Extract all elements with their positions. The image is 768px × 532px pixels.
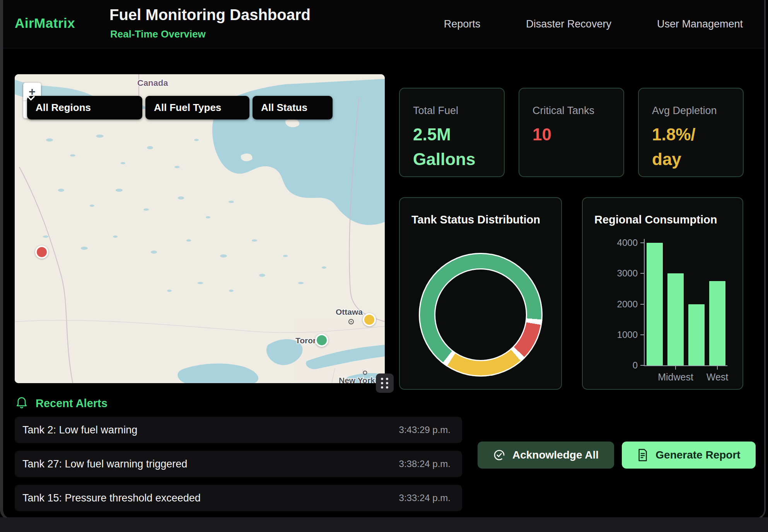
nav-disaster-recovery[interactable]: Disaster Recovery <box>526 18 611 30</box>
stat-cards: Total Fuel 2.5MGallons Critical Tanks 10… <box>399 88 744 177</box>
generate-report-button[interactable]: Generate Report <box>622 442 756 469</box>
stat-label: Avg Depletion <box>652 105 730 117</box>
panel-tank-status: Tank Status Distribution <box>399 197 562 390</box>
map-canvas: Canada Ottawa Toronto New York <box>15 74 385 383</box>
alert-message: Tank 27: Low fuel warning triggered <box>22 458 187 470</box>
filter-status-dropdown[interactable]: All Status <box>253 96 333 119</box>
alert-time: 3:43:29 p.m. <box>399 425 451 435</box>
generate-report-label: Generate Report <box>655 449 740 461</box>
alert-time: 3:33:24 p.m. <box>399 493 451 503</box>
acknowledge-all-label: Acknowledge All <box>512 449 599 461</box>
header: AirMatrix Fuel Monitoring Dashboard Real… <box>3 0 764 48</box>
page-title: Fuel Monitoring Dashboard <box>109 6 311 24</box>
alert-row[interactable]: Tank 2: Low fuel warning 3:43:29 p.m. <box>15 417 462 443</box>
alert-message: Tank 2: Low fuel warning <box>22 424 137 436</box>
stat-card-critical-tanks: Critical Tanks 10 <box>519 88 624 177</box>
filter-fueltype-label: All Fuel Types <box>154 102 221 114</box>
nav-reports[interactable]: Reports <box>444 18 481 30</box>
tank-marker-warning[interactable] <box>363 313 376 326</box>
map-filters: All Regions All Fuel Types All Status <box>27 96 333 119</box>
bar-midwest <box>667 273 684 365</box>
filter-fueltype-dropdown[interactable]: All Fuel Types <box>145 96 249 119</box>
y-axis-label: 3000 <box>583 268 638 279</box>
y-axis-label: 0 <box>583 360 638 371</box>
panel-title: Tank Status Distribution <box>411 213 540 226</box>
filter-regions-label: All Regions <box>36 102 91 114</box>
filter-status-label: All Status <box>261 102 307 114</box>
tank-marker-normal[interactable] <box>315 334 328 347</box>
stat-card-total-fuel: Total Fuel 2.5MGallons <box>399 88 505 177</box>
tank-status-donut-chart <box>419 253 543 377</box>
acknowledge-all-button[interactable]: Acknowledge All <box>478 442 614 469</box>
map-label-ottawa: Ottawa <box>336 307 363 316</box>
map-resize-handle[interactable] <box>376 373 394 393</box>
stat-card-avg-depletion: Avg Depletion 1.8%/day <box>638 88 744 177</box>
nav-user-management[interactable]: User Management <box>657 18 743 30</box>
check-circle-icon <box>493 449 505 461</box>
regional-consumption-bar-chart: 01000200030004000MidwestWest <box>583 198 742 389</box>
donut-hole <box>434 268 527 361</box>
alert-message: Tank 15: Pressure threshold exceeded <box>22 492 201 504</box>
alert-time: 3:38:24 p.m. <box>399 459 451 469</box>
alerts-title: Recent Alerts <box>36 397 108 410</box>
bar-northeast <box>647 243 663 365</box>
y-axis-label: 2000 <box>583 299 638 310</box>
map-label-newyork: New York <box>339 376 375 383</box>
page-subtitle: Real-Time Overview <box>110 28 206 40</box>
alert-row[interactable]: Tank 15: Pressure threshold exceeded 3:3… <box>15 485 462 511</box>
stat-value: 10 <box>532 122 610 147</box>
report-document-icon <box>637 449 649 461</box>
alert-row[interactable]: Tank 27: Low fuel warning triggered 3:38… <box>15 451 462 477</box>
tank-marker-critical[interactable] <box>35 246 48 259</box>
filter-regions-dropdown[interactable]: All Regions <box>27 96 142 119</box>
map[interactable]: Canada Ottawa Toronto New York + − All R… <box>15 74 385 383</box>
bar-south <box>688 304 705 366</box>
stat-value: 1.8%/day <box>652 122 730 172</box>
panel-regional-consumption: Regional Consumption 01000200030004000Mi… <box>582 197 743 390</box>
window-bottom-strip <box>0 517 768 532</box>
stat-label: Critical Tanks <box>532 105 610 117</box>
map-label-canada: Canada <box>137 78 168 88</box>
stat-value: 2.5MGallons <box>413 122 491 172</box>
main-nav: Reports Disaster Recovery User Managemen… <box>444 0 743 48</box>
x-axis-label: West <box>690 372 744 383</box>
alerts-header: Recent Alerts <box>15 397 108 410</box>
bell-icon <box>15 397 28 410</box>
brand-logo: AirMatrix <box>15 15 75 31</box>
y-axis-label: 4000 <box>583 237 638 248</box>
bar-west <box>709 281 725 365</box>
y-axis-label: 1000 <box>583 329 638 340</box>
stat-label: Total Fuel <box>413 105 491 117</box>
